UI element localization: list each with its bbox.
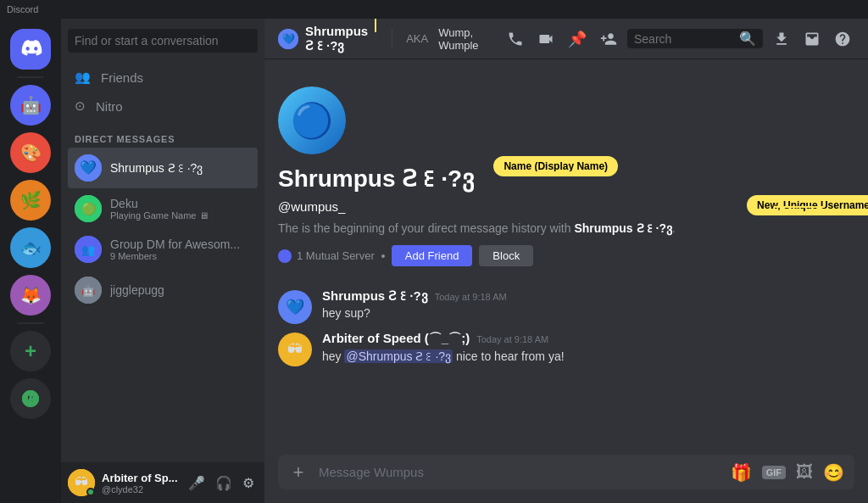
dm-section-header: DIRECT MESSAGES: [61, 120, 264, 148]
pin-button[interactable]: 📌: [565, 25, 590, 53]
chat-header: Name (Display Name) 💙 Shrumpus Ƨ꒰·?ვ AKA…: [264, 19, 868, 59]
profile-header: 🔵 Shrumpus Ƨ꒰·?ვ Name (Display Name) @wu…: [264, 73, 868, 287]
history-prefix: The is the beginning of your direct mess…: [278, 221, 574, 235]
chat-header-aka-label: AKA: [406, 32, 428, 45]
add-friend-button[interactable]: Add Friend: [392, 245, 473, 266]
headset-button[interactable]: 🎧: [212, 472, 236, 495]
header-search-box: 🔍: [627, 29, 763, 48]
gift-button[interactable]: 🎁: [727, 459, 755, 486]
display-name-annotation: Name (Display Name): [493, 156, 618, 176]
user-tag: @clyde32: [102, 484, 178, 495]
message-time-1: Today at 9:18 AM: [435, 292, 507, 302]
avatar-shrumpus: 💙: [75, 154, 102, 182]
nav-nitro[interactable]: ⊙ Nitro: [68, 92, 258, 120]
video-button[interactable]: [534, 25, 558, 53]
mutual-server-icon: [278, 249, 292, 263]
user-panel-avatar: 🕶: [68, 469, 95, 496]
settings-button[interactable]: ⚙: [239, 472, 258, 495]
help-button[interactable]: [831, 25, 854, 53]
search-icon: 🔍: [739, 31, 756, 47]
message-header-1: Shrumpus Ƨ꒰·?ვ Today at 9:18 AM: [322, 288, 854, 304]
avatar-jigglepugg: 🤖: [75, 277, 102, 304]
mention-shrumpus: @Shrumpus Ƨ꒰·?ვ: [344, 349, 453, 363]
user-panel-info: Arbiter of Sp... @clyde32: [102, 472, 178, 495]
dm-info-deku: Deku Playing Game Name 🖥: [110, 197, 251, 221]
profile-username-wrapper: @wumpus_ New, Unique Username: [278, 199, 854, 215]
server-icon-2[interactable]: 🎨: [10, 132, 51, 173]
message-group-2: 🕶 Arbiter of Speed (⌒_⌒;) Today at 9:18 …: [264, 329, 868, 368]
dm-search-input[interactable]: [68, 29, 258, 53]
chat-input-area: + 🎁 GIF 🖼 😊: [264, 455, 868, 503]
history-name: Shrumpus Ƨ꒰·?ვ: [574, 221, 672, 235]
attach-button[interactable]: +: [285, 459, 312, 486]
message-author-1: Shrumpus Ƨ꒰·?ვ: [322, 288, 428, 304]
svg-text:💙: 💙: [80, 159, 97, 176]
dm-name-group: Group DM for Awesom...: [110, 238, 251, 251]
username-line: [774, 206, 825, 208]
user-panel: 🕶 Arbiter of Sp... @clyde32 🎤 🎧 ⚙: [61, 462, 264, 503]
message-group-1: 💙 Shrumpus Ƨ꒰·?ვ Today at 9:18 AM hey su…: [264, 287, 868, 326]
chat-input-box: + 🎁 GIF 🖼 😊: [278, 455, 854, 489]
block-button[interactable]: Block: [479, 245, 533, 266]
call-button[interactable]: [504, 25, 527, 53]
chat-header-aka-names: Wump, Wumple: [438, 26, 490, 52]
server-icon-4[interactable]: 🐟: [10, 227, 51, 268]
server-icon-3[interactable]: 🌿: [10, 180, 51, 221]
chat-messages: 🔵 Shrumpus Ƨ꒰·?ვ Name (Display Name) @wu…: [264, 59, 868, 455]
server-icon-1[interactable]: 🤖: [10, 85, 51, 126]
message-time-2: Today at 9:18 AM: [476, 334, 548, 344]
server-icon-discover[interactable]: [10, 378, 51, 419]
dm-nav: 👥 Friends ⊙ Nitro: [61, 63, 264, 120]
add-server-button[interactable]: +: [10, 331, 51, 372]
dm-item-shrumpus[interactable]: 💙 Shrumpus Ƨ꒰·?ვ: [68, 148, 258, 188]
emoji-button[interactable]: 😊: [820, 459, 848, 486]
profile-avatar: 🔵: [278, 87, 346, 154]
server-divider-2: [17, 322, 44, 324]
dm-name-jigglepugg: jigglepugg: [110, 283, 251, 297]
chat-input-actions: 🎁 GIF 🖼 😊: [727, 459, 848, 486]
user-display-name: Arbiter of Sp...: [102, 472, 178, 484]
server-icon-home[interactable]: [10, 29, 51, 70]
profile-display-name: Shrumpus Ƨ꒰·?ვ: [278, 165, 474, 192]
dm-item-group[interactable]: 👥 Group DM for Awesom... 9 Members: [68, 229, 258, 270]
dm-item-jigglepugg[interactable]: 🤖 jigglepugg: [68, 270, 258, 310]
dm-info-jigglepugg: jigglepugg: [110, 283, 251, 297]
dm-search-bar: [61, 19, 264, 63]
friends-icon: 👥: [75, 70, 91, 85]
friends-label: Friends: [101, 70, 143, 85]
msg-avatar-shrumpus: 💙: [278, 290, 312, 324]
dm-sidebar: 👥 Friends ⊙ Nitro DIRECT MESSAGES 💙 Shr: [61, 19, 264, 503]
username-annotation: New, Unique Username: [747, 195, 868, 215]
dm-sub-deku: Playing Game Name 🖥: [110, 210, 251, 221]
message-text-1: hey sup?: [322, 305, 854, 322]
dm-name-deku: Deku: [110, 197, 251, 210]
sticker-button[interactable]: 🖼: [793, 459, 816, 485]
dm-info-shrumpus: Shrumpus Ƨ꒰·?ვ: [110, 161, 251, 175]
download-button[interactable]: [770, 25, 793, 53]
dm-item-deku[interactable]: 🟢 Deku Playing Game Name 🖥: [68, 188, 258, 229]
app-title: Discord: [7, 4, 38, 14]
chat-input[interactable]: [315, 455, 724, 489]
main-layout: 🤖 🎨 🌿 🐟 🦊 + 👥 Friends ⊙: [0, 19, 868, 503]
microphone-button[interactable]: 🎤: [185, 472, 209, 495]
message-header-2: Arbiter of Speed (⌒_⌒;) Today at 9:18 AM: [322, 331, 854, 347]
inbox-button[interactable]: [800, 25, 824, 53]
nitro-label: Nitro: [96, 99, 123, 114]
header-search-input[interactable]: [634, 32, 736, 46]
message-content-2: Arbiter of Speed (⌒_⌒;) Today at 9:18 AM…: [322, 331, 854, 366]
server-icon-5[interactable]: 🦊: [10, 275, 51, 316]
dm-info-group: Group DM for Awesom... 9 Members: [110, 238, 251, 261]
gif-button[interactable]: GIF: [759, 462, 789, 483]
display-name-line: [508, 171, 576, 173]
nitro-icon: ⊙: [75, 98, 86, 114]
svg-text:💙: 💙: [282, 32, 295, 45]
nav-friends[interactable]: 👥 Friends: [68, 63, 258, 92]
chat-header-divider: [392, 29, 392, 49]
dm-name-shrumpus: Shrumpus Ƨ꒰·?ვ: [110, 161, 251, 175]
dm-sub-group: 9 Members: [110, 251, 251, 261]
title-bar: Discord: [0, 0, 868, 19]
profile-username: @wumpus_: [278, 199, 345, 214]
message-author-2: Arbiter of Speed (⌒_⌒;): [322, 331, 470, 347]
message-content-1: Shrumpus Ƨ꒰·?ვ Today at 9:18 AM hey sup?: [322, 288, 854, 324]
add-friend-header-button[interactable]: [597, 25, 620, 53]
